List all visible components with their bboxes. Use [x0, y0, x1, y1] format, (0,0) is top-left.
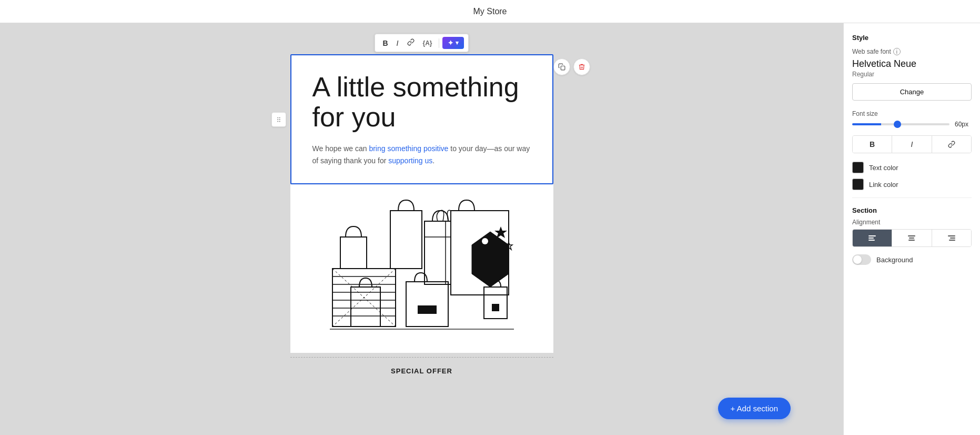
text-formatting-toolbar: B I {A} ✦ ▾	[375, 34, 468, 52]
svg-point-4	[277, 121, 278, 122]
store-title: My Store	[473, 7, 507, 16]
canvas-area: B I {A} ✦ ▾	[0, 23, 843, 435]
format-buttons: B I	[852, 135, 972, 153]
background-row: Background	[852, 254, 972, 265]
toolbar-divider	[439, 38, 439, 48]
change-font-button[interactable]: Change	[852, 83, 972, 101]
svg-rect-39	[949, 240, 955, 241]
svg-rect-29	[351, 287, 380, 327]
main-layout: B I {A} ✦ ▾	[0, 23, 980, 435]
web-safe-font-label: Web safe font i	[852, 48, 972, 55]
info-icon[interactable]: i	[893, 48, 901, 55]
highlight-bring: bring something positive	[369, 144, 448, 153]
svg-rect-38	[950, 238, 955, 239]
align-right-button[interactable]	[932, 230, 971, 246]
font-size-slider[interactable]	[852, 123, 949, 125]
link-color-row: Link color	[852, 179, 972, 190]
svg-rect-16	[340, 237, 367, 269]
background-toggle[interactable]	[852, 254, 871, 265]
svg-rect-37	[948, 235, 955, 236]
top-bar: My Store	[0, 0, 980, 23]
variable-button[interactable]: {A}	[420, 37, 436, 49]
bags-svg	[322, 195, 522, 342]
block-heading: A little something for you	[312, 72, 531, 132]
svg-rect-35	[909, 238, 914, 239]
svg-point-1	[279, 117, 280, 118]
font-size-row: 60px	[852, 121, 972, 128]
svg-point-3	[279, 119, 280, 120]
ai-chevron-icon: ▾	[456, 39, 459, 46]
duplicate-button[interactable]	[553, 58, 570, 75]
image-block	[290, 184, 553, 353]
svg-rect-31	[868, 235, 876, 236]
align-left-button[interactable]	[853, 230, 892, 246]
alignment-buttons	[852, 229, 972, 247]
svg-point-22	[482, 238, 488, 244]
text-color-swatch[interactable]	[852, 162, 864, 173]
special-offer-label: SPECIAL OFFER	[391, 362, 452, 385]
delete-button[interactable]	[573, 58, 590, 75]
svg-rect-32	[868, 238, 874, 239]
format-link-button[interactable]	[932, 136, 971, 153]
link-button[interactable]	[404, 36, 418, 50]
section-divider	[290, 357, 553, 358]
link-color-label: Link color	[869, 181, 898, 189]
font-style: Regular	[852, 71, 972, 78]
bold-button[interactable]: B	[379, 37, 391, 50]
svg-rect-27	[406, 282, 448, 327]
add-section-button[interactable]: + Add section	[718, 398, 791, 419]
svg-rect-26	[492, 304, 499, 311]
align-center-button[interactable]	[892, 230, 932, 246]
content-block-wrapper: A little something for you We hope we ca…	[290, 54, 553, 184]
svg-point-2	[277, 119, 278, 120]
side-actions	[553, 58, 590, 75]
highlight-supporting: supporting us	[388, 156, 432, 165]
format-bold-button[interactable]: B	[853, 136, 892, 153]
background-label: Background	[876, 256, 913, 264]
svg-rect-36	[908, 240, 915, 241]
right-panel: Style Web safe font i Helvetica Neue Reg…	[843, 23, 980, 435]
svg-rect-33	[868, 240, 875, 241]
block-body: We hope we can bring something positive …	[312, 143, 531, 166]
svg-point-0	[277, 117, 278, 118]
svg-point-5	[279, 121, 280, 122]
svg-rect-6	[561, 66, 565, 70]
text-color-label: Text color	[869, 164, 898, 172]
section-panel-title: Section	[852, 206, 972, 214]
text-color-row: Text color	[852, 162, 972, 173]
svg-rect-28	[418, 305, 437, 314]
italic-button[interactable]: I	[393, 37, 402, 50]
font-size-value: 60px	[955, 121, 972, 128]
drag-handle[interactable]	[271, 112, 286, 127]
link-color-swatch[interactable]	[852, 179, 864, 190]
svg-rect-34	[908, 235, 915, 236]
ai-button[interactable]: ✦ ▾	[442, 37, 464, 49]
svg-rect-17	[390, 211, 422, 269]
ai-icon: ✦	[448, 39, 453, 47]
font-name: Helvetica Neue	[852, 58, 972, 70]
text-content-block[interactable]: A little something for you We hope we ca…	[290, 54, 553, 184]
alignment-label: Alignment	[852, 219, 972, 226]
format-italic-button[interactable]: I	[892, 136, 932, 153]
panel-divider	[852, 197, 972, 198]
style-section-title: Style	[852, 34, 972, 42]
font-size-label: Font size	[852, 110, 972, 117]
